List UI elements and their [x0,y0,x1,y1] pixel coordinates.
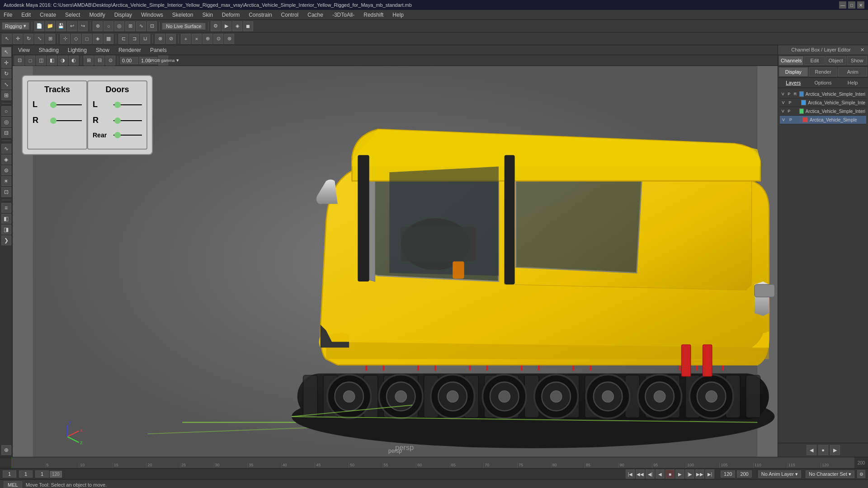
settings-icon[interactable]: ⚙ [857,470,865,478]
measure-left[interactable]: ⊟ [1,128,11,138]
maximize-button[interactable]: □ [848,1,855,9]
vp-shadow[interactable]: ◐ [69,56,79,66]
render-settings[interactable]: ⚙ [211,21,221,31]
doors-L-slider[interactable] [113,104,142,105]
vertex-btn[interactable]: □ [82,34,92,44]
transform-tool-left[interactable]: ⊞ [1,90,11,100]
tracks-R-handle[interactable] [50,117,57,124]
menu-skeleton[interactable]: Skeleton [170,12,195,18]
next-frame-button[interactable]: |▶ [685,469,694,479]
snap-edge[interactable]: ⊏ [118,34,128,44]
vp-field1[interactable] [120,57,138,64]
subtab-help[interactable]: Help [838,79,867,87]
transform-btn[interactable]: ⊞ [45,34,55,44]
tool4[interactable]: ⊙ [213,34,223,44]
menu-help[interactable]: Help [391,12,406,18]
menu-edit[interactable]: Edit [19,12,33,18]
tab-edit[interactable]: Edit [804,56,825,65]
vp-menu-show[interactable]: Show [94,47,111,53]
tab-object[interactable]: Object [826,56,846,65]
menu-file[interactable]: File [2,12,14,18]
paint-tool[interactable]: ◎ [114,21,124,31]
hypershade-btn[interactable]: ◧ [1,214,11,224]
component-btn[interactable]: ◇ [71,34,81,44]
light-tool[interactable]: ☀ [1,176,11,186]
playhead[interactable] [11,457,12,468]
character-set-dropdown[interactable]: No Character Set ▾ [806,470,854,478]
doors-R-slider[interactable] [113,120,142,121]
move-btn[interactable]: ✛ [13,34,23,44]
snap-grid[interactable]: ⊞ [125,21,135,31]
script-btn[interactable]: ❯ [1,235,11,245]
layer-row-1[interactable]: V P R Arctica_Vehicle_Simple_Interi [780,90,866,99]
face-btn[interactable]: ▦ [104,34,113,44]
rotate-tool-left[interactable]: ↻ [1,69,11,79]
play-forward-button[interactable]: ▶ [675,469,684,479]
start-frame-input[interactable]: 1 [3,470,16,478]
viewport-canvas[interactable]: persp x z y Trac [13,66,778,457]
menu-redshift[interactable]: Redshift [362,12,385,18]
vp-wire[interactable]: □ [25,56,35,66]
graph-btn[interactable]: ◨ [1,225,11,235]
ik-btn[interactable]: ⊗ [155,34,165,44]
vp-texture[interactable]: ◧ [47,56,57,66]
lasso-left[interactable]: ○ [1,106,11,116]
tab-display[interactable]: Display [779,67,808,76]
undo-button[interactable]: ↩ [67,21,77,31]
rotate-btn[interactable]: ↻ [24,34,33,44]
go-to-start-button[interactable]: |◀ [626,469,635,479]
fk-btn[interactable]: ⊘ [166,34,176,44]
outliner-btn[interactable]: ≡ [1,203,11,213]
vp-isolate[interactable]: ⊙ [105,56,115,66]
vp-camera[interactable]: ⊡ [14,56,24,66]
doors-L-handle[interactable] [114,102,121,108]
go-to-end-button[interactable]: ▶| [705,469,714,479]
menu-cache[interactable]: Cache [306,12,325,18]
select-tool[interactable]: ⊕ [93,21,103,31]
mode-dropdown[interactable]: Rigging ▾ [2,22,29,30]
tracks-L-handle[interactable] [50,102,57,108]
menu-display[interactable]: Display [113,12,134,18]
minimize-button[interactable]: — [839,1,846,9]
tab-render[interactable]: Render [809,67,838,76]
scroll-right[interactable]: ▶ [830,445,840,455]
tab-anim[interactable]: Anim [838,67,867,76]
vp-menu-view[interactable]: View [16,47,32,53]
menu-control[interactable]: Control [279,12,301,18]
playback-end-input[interactable]: 120 [721,470,735,478]
camera-tool[interactable]: ⊡ [1,187,11,197]
scale-btn[interactable]: ⤡ [34,34,44,44]
tab-channels[interactable]: Channels [779,56,803,65]
subtab-layers[interactable]: Layers [779,79,808,87]
open-scene-button[interactable]: 📁 [45,21,55,31]
vp-grid[interactable]: ⊞ [84,56,94,66]
layer-row-2[interactable]: V P Arctica_Vehicle_Simple_Inte [780,99,866,107]
snap-point[interactable]: ⊡ [147,21,157,31]
select-tool-left[interactable]: ↖ [1,47,11,57]
play-back-button[interactable]: ◀ [656,469,665,479]
vp-menu-panels[interactable]: Panels [148,47,169,53]
doors-Rear-handle[interactable] [114,132,121,138]
paint-left[interactable]: ◎ [1,117,11,127]
lasso-tool[interactable]: ○ [104,21,113,31]
menu-deform[interactable]: Deform [220,12,241,18]
bottom-tool[interactable]: ⊕ [1,445,11,455]
live-surface-badge[interactable]: No Live Surface [162,23,205,30]
close-button[interactable]: ✕ [857,1,864,9]
surface-tool[interactable]: ◈ [1,155,11,164]
tracks-R-slider[interactable] [53,120,82,121]
scale-tool-left[interactable]: ⤡ [1,80,11,89]
doors-R-handle[interactable] [114,117,121,124]
doors-Rear-slider[interactable] [113,135,142,136]
save-scene-button[interactable]: 💾 [56,21,66,31]
menu-3dtall[interactable]: -3DToAll- [330,12,356,18]
new-scene-button[interactable]: 📄 [34,21,44,31]
current-frame-display[interactable]: 1 [35,470,49,478]
ipr-render[interactable]: ◈ [232,21,242,31]
move-tool-left[interactable]: ✛ [1,58,11,68]
tracks-L-slider[interactable] [53,104,82,105]
scroll-center[interactable]: ● [818,445,828,455]
snap-curve[interactable]: ∿ [136,21,146,31]
vp-gamma-btn[interactable]: sRGB gamma ▾ [158,56,168,66]
menu-skin[interactable]: Skin [201,12,215,18]
